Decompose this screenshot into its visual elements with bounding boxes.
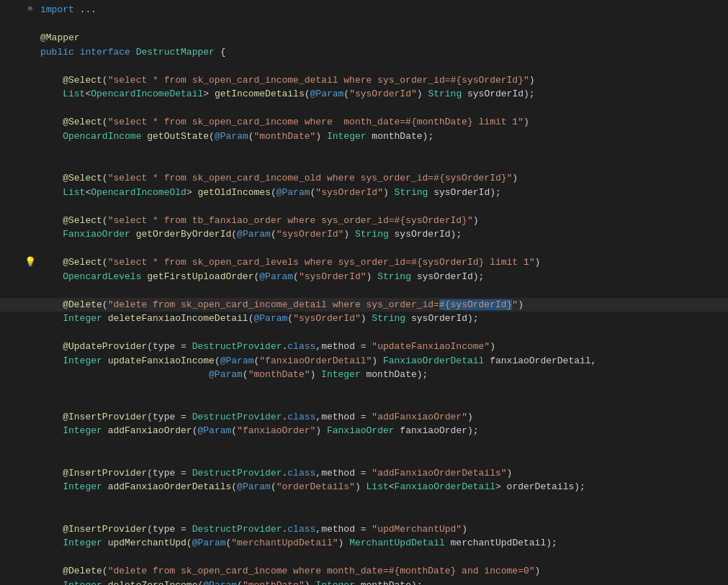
line-content-17: FanxiaoOrder getOrderByOrderId(@Param("s… (37, 227, 728, 242)
line-content-34: @InsertProvider(type = DestructProvider.… (37, 466, 728, 481)
line-13: @Select("select * from sk_open_card_inco… (0, 171, 728, 186)
line-25: @UpdateProvider(type = DestructProvider.… (0, 340, 728, 354)
line-21 (0, 284, 728, 298)
line-content-5 (37, 59, 728, 73)
line-18 (0, 242, 728, 256)
line-3: @Mapper (0, 31, 728, 45)
line-content-25: @UpdateProvider(type = DestructProvider.… (37, 340, 728, 354)
line-22: @Delete("delete from sk_open_card_income… (0, 298, 728, 312)
line-15 (0, 199, 728, 214)
line-content-32 (37, 438, 728, 453)
line-content-20: OpencardLevels getFirstUploadOrder(@Para… (37, 270, 728, 284)
line-24 (0, 326, 728, 340)
line-content-14: List<OpencardIncomeOld> getOldIncomes(@P… (37, 186, 728, 200)
line-17: FanxiaoOrder getOrderByOrderId(@Param("s… (0, 227, 728, 242)
line-38: @InsertProvider(type = DestructProvider.… (0, 522, 728, 537)
line-content-3: @Mapper (37, 31, 728, 45)
line-39: Integer updMerchantUpd(@Param("merchantU… (0, 536, 728, 550)
line-content-27: @Param("monthDate") Integer monthDate); (37, 368, 728, 382)
line-content-42: Integer deleteZeroIncome(@Param("monthDa… (37, 579, 728, 586)
line-9: @Select("select * from sk_open_card_inco… (0, 115, 728, 130)
line-8 (0, 101, 728, 116)
line-content-11 (37, 143, 728, 158)
line-content-41: @Delete("delete from sk_open_card_income… (37, 564, 728, 579)
line-16: @Select("select * from tb_fanxiao_order … (0, 214, 728, 228)
line-35: Integer addFanxiaoOrderDetails(@Param("o… (0, 480, 728, 494)
line-content-23: Integer deleteFanxiaoIncomeDetail(@Param… (37, 312, 728, 326)
line-content-28 (37, 382, 728, 396)
line-34: @InsertProvider(type = DestructProvider.… (0, 466, 728, 481)
line-28 (0, 382, 728, 396)
line-content-36 (37, 494, 728, 509)
line-content-19: @Select("select * from sk_open_card_leve… (37, 255, 728, 270)
line-7: List<OpencardIncomeDetail> getIncomeDeta… (0, 87, 728, 101)
line-content-39: Integer updMerchantUpd(@Param("merchantU… (37, 536, 728, 550)
line-content-21 (37, 284, 728, 298)
line-content-22: @Delete("delete from sk_open_card_income… (37, 298, 728, 312)
line-10: OpencardIncome getOutState(@Param("month… (0, 130, 728, 144)
line-27: @Param("monthDate") Integer monthDate); (0, 368, 728, 382)
line-content-29 (37, 396, 728, 410)
line-23: Integer deleteFanxiaoIncomeDetail(@Param… (0, 312, 728, 326)
line-36 (0, 494, 728, 509)
line-content-6: @Select("select * from sk_open_card_inco… (37, 73, 728, 88)
line-content-26: Integer updateFanxiaoIncome(@Param("fanx… (37, 354, 728, 368)
line-content-4: public interface DestructMapper { (37, 45, 728, 60)
line-content-40 (37, 550, 728, 565)
line-40 (0, 550, 728, 565)
line-content-35: Integer addFanxiaoOrderDetails(@Param("o… (37, 480, 728, 494)
line-26: Integer updateFanxiaoIncome(@Param("fanx… (0, 354, 728, 368)
line-content-31: Integer addFanxiaoOrder(@Param("fanxiaoO… (37, 424, 728, 438)
line-5 (0, 59, 728, 73)
line-content-38: @InsertProvider(type = DestructProvider.… (37, 522, 728, 537)
line-1: ⊕ import ... (0, 3, 728, 17)
line-33 (0, 452, 728, 466)
line-2 (0, 17, 728, 32)
collapse-icon-1[interactable]: ⊕ (23, 3, 37, 15)
line-content-8 (37, 101, 728, 116)
line-29 (0, 396, 728, 410)
line-content-9: @Select("select * from sk_open_card_inco… (37, 115, 728, 130)
line-content-12 (37, 158, 728, 172)
line-30: @InsertProvider(type = DestructProvider.… (0, 410, 728, 425)
line-content-2 (37, 17, 728, 32)
line-20: OpencardLevels getFirstUploadOrder(@Para… (0, 270, 728, 284)
bulb-icon-19[interactable]: 💡 (23, 255, 37, 270)
line-4: public interface DestructMapper { (0, 45, 728, 60)
line-11 (0, 143, 728, 158)
line-14: List<OpencardIncomeOld> getOldIncomes(@P… (0, 186, 728, 200)
line-32 (0, 438, 728, 453)
line-19: 💡 @Select("select * from sk_open_card_le… (0, 255, 728, 270)
line-content-33 (37, 452, 728, 466)
line-content-7: List<OpencardIncomeDetail> getIncomeDeta… (37, 87, 728, 101)
line-41: @Delete("delete from sk_open_card_income… (0, 564, 728, 579)
line-content-37 (37, 508, 728, 522)
line-content-24 (37, 326, 728, 340)
line-content-15 (37, 199, 728, 214)
line-content-18 (37, 242, 728, 256)
line-content-30: @InsertProvider(type = DestructProvider.… (37, 410, 728, 425)
line-content-13: @Select("select * from sk_open_card_inco… (37, 171, 728, 186)
line-12 (0, 158, 728, 172)
line-31: Integer addFanxiaoOrder(@Param("fanxiaoO… (0, 424, 728, 438)
line-37 (0, 508, 728, 522)
line-content-10: OpencardIncome getOutState(@Param("month… (37, 130, 728, 144)
line-content-1: import ... (37, 3, 728, 17)
code-editor: ⊕ import ... @Mapper public interface De… (0, 0, 728, 585)
line-content-16: @Select("select * from tb_fanxiao_order … (37, 214, 728, 228)
line-6: @Select("select * from sk_open_card_inco… (0, 73, 728, 88)
line-42: Integer deleteZeroIncome(@Param("monthDa… (0, 579, 728, 586)
